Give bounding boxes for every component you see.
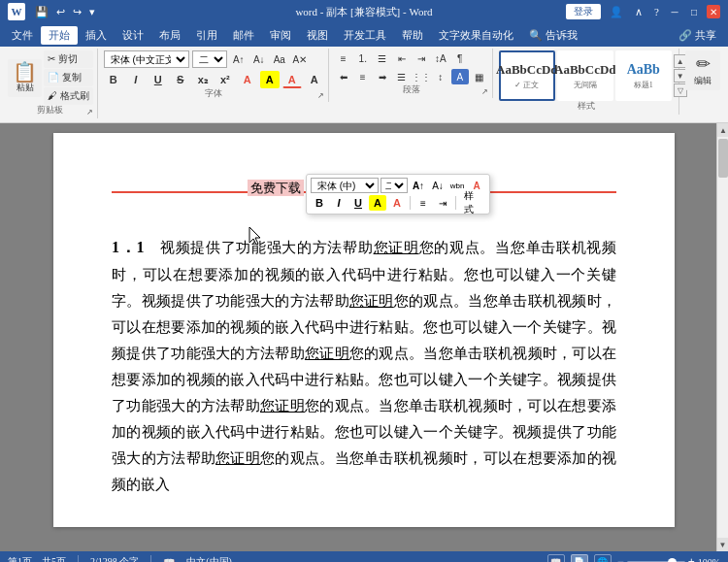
link-2[interactable]: 您证明	[349, 293, 394, 309]
zoom-in-btn[interactable]: +	[688, 555, 695, 562]
menu-review[interactable]: 审阅	[262, 26, 299, 45]
link-3[interactable]: 您证明	[305, 346, 349, 361]
clear-format-btn[interactable]: A✕	[291, 50, 309, 68]
ft-underline-btn[interactable]: U	[349, 195, 367, 211]
ft-size-select[interactable]: 二号	[381, 178, 408, 193]
justify-btn[interactable]: ☰	[393, 69, 411, 84]
font-name-select[interactable]: 宋体 (中文正文)	[104, 50, 189, 68]
clipboard-expand-icon[interactable]: ↗	[85, 107, 95, 116]
align-right-btn[interactable]: ➡	[374, 69, 391, 84]
minimize-button[interactable]: ─	[668, 5, 681, 18]
subscript-button[interactable]: x₂	[193, 71, 213, 88]
title-text: word - 副本 [兼容模式] - Word	[295, 5, 432, 19]
bold-button[interactable]: B	[104, 71, 123, 88]
font-group: 宋体 (中文正文) 二号 A↑ A↓ Aa A✕ B I U S x₂ x	[100, 49, 329, 102]
menu-insert[interactable]: 插入	[78, 26, 115, 45]
qa-undo-btn[interactable]: ↩	[54, 6, 67, 18]
menu-share[interactable]: 🔗 共享	[671, 26, 724, 45]
status-right: 📖 📄 🌐 − + 100%	[547, 554, 720, 562]
increase-indent-btn[interactable]: ⇥	[413, 50, 430, 66]
scroll-up-arrow[interactable]: ▲	[717, 123, 728, 137]
link-5[interactable]: 您证明	[215, 450, 260, 466]
paste-button[interactable]: 📋 粘贴	[8, 59, 42, 97]
menu-references[interactable]: 引用	[188, 26, 225, 45]
numbering-button[interactable]: 1.	[354, 50, 372, 66]
superscript-button[interactable]: x²	[215, 71, 235, 88]
italic-button[interactable]: I	[126, 71, 146, 88]
strikethrough-button[interactable]: S	[171, 71, 190, 88]
para-expand-icon[interactable]: ↗	[480, 86, 490, 96]
ft-increase-btn[interactable]: A↑	[410, 178, 427, 193]
menu-text-effects[interactable]: 文字效果自动化	[431, 26, 521, 45]
ft-font-color-btn[interactable]: A	[388, 195, 406, 211]
format-painter-button[interactable]: 🖌 格式刷	[44, 87, 93, 105]
sort-btn[interactable]: ↕A	[432, 50, 449, 66]
body-text: 视频提供了功能强大的方法帮助您证明您的观点。当您单击联机视频时，可以在想要添加的…	[112, 240, 616, 492]
menu-mailings[interactable]: 邮件	[225, 26, 262, 45]
document-body[interactable]: 1．1 视频提供了功能强大的方法帮助您证明您的观点。当您单击联机视频时，可以在想…	[112, 234, 616, 498]
menu-developer[interactable]: 开发工具	[336, 26, 394, 45]
bullets-button[interactable]: ≡	[335, 50, 352, 66]
zoom-out-btn[interactable]: −	[617, 555, 624, 562]
share-icon[interactable]: 👤	[607, 6, 626, 18]
decrease-font-btn[interactable]: A↓	[250, 50, 268, 68]
line-spacing-btn[interactable]: ↕	[432, 69, 449, 84]
shading-btn[interactable]: A	[451, 69, 469, 84]
underline-button[interactable]: U	[149, 71, 168, 88]
font-expand-icon[interactable]: ↗	[316, 90, 326, 100]
style-no-spacing-btn[interactable]: AaBbCcDd 无间隔	[557, 50, 613, 101]
ft-decrease-btn[interactable]: A↓	[429, 178, 447, 193]
scroll-thumb[interactable]	[718, 139, 728, 178]
ft-highlight-btn[interactable]: A	[369, 195, 386, 211]
copy-button[interactable]: 📄 复制	[44, 69, 93, 86]
qa-redo-btn[interactable]: ↪	[71, 6, 83, 18]
login-button[interactable]: 登录	[566, 4, 601, 19]
highlight-btn[interactable]: A	[260, 71, 280, 88]
columns-btn[interactable]: ⋮⋮	[413, 69, 430, 84]
decrease-indent-btn[interactable]: ⇤	[393, 50, 411, 66]
text-border-btn[interactable]: A	[305, 71, 324, 88]
menu-home[interactable]: 开始	[41, 26, 78, 45]
menu-search[interactable]: 🔍 告诉我	[521, 26, 585, 45]
qa-save-btn[interactable]: 💾	[33, 6, 50, 18]
style-heading1-preview: AaBb	[627, 62, 660, 78]
close-button[interactable]: ✕	[707, 5, 720, 18]
style-heading1-btn[interactable]: AaBb 标题1	[615, 50, 672, 101]
qa-more-btn[interactable]: ▾	[87, 6, 97, 18]
align-left-btn[interactable]: ⬅	[335, 69, 352, 84]
help-icon[interactable]: ?	[651, 6, 662, 17]
link-4[interactable]: 您证明	[260, 398, 305, 413]
font-size-select[interactable]: 二号	[192, 50, 227, 68]
ft-italic-btn[interactable]: I	[330, 195, 347, 211]
font-case-btn[interactable]: Aa	[271, 50, 288, 68]
menu-layout[interactable]: 布局	[151, 26, 188, 45]
web-view-btn[interactable]: 🌐	[594, 554, 612, 562]
ft-font-select[interactable]: 宋体 (中)	[311, 178, 379, 193]
scroll-down-arrow[interactable]: ▼	[717, 538, 728, 551]
page-view-btn[interactable]: 📄	[571, 554, 588, 562]
ft-indent-btn[interactable]: ⇥	[434, 195, 451, 211]
menu-help[interactable]: 帮助	[394, 26, 431, 45]
cut-button[interactable]: ✂ 剪切	[44, 50, 93, 68]
read-view-btn[interactable]: 📖	[547, 554, 565, 562]
menu-design[interactable]: 设计	[115, 26, 151, 45]
multilevel-list-btn[interactable]: ☰	[374, 50, 391, 66]
ft-bold-btn[interactable]: B	[311, 195, 328, 211]
align-center-btn[interactable]: ≡	[354, 69, 372, 84]
increase-font-btn[interactable]: A↑	[230, 50, 248, 68]
link-1[interactable]: 您证明	[374, 240, 419, 255]
ribbon-toggle-icon[interactable]: ∧	[632, 6, 645, 18]
menu-view[interactable]: 视图	[299, 26, 336, 45]
show-formatting-btn[interactable]: ¶	[451, 50, 469, 66]
font-color-btn[interactable]: A	[282, 71, 302, 88]
ft-bullets-btn[interactable]: ≡	[414, 195, 432, 211]
menu-file[interactable]: 文件	[4, 26, 41, 45]
vertical-scrollbar[interactable]: ▲ ▼	[716, 123, 728, 551]
ft-style-btn[interactable]: 样式	[460, 195, 478, 211]
maximize-button[interactable]: □	[687, 5, 701, 18]
style-heading1-label: 标题1	[634, 80, 653, 90]
text-effect-btn[interactable]: A	[238, 71, 257, 88]
style-normal-btn[interactable]: AaBbCcDd ✓ 正文	[499, 50, 555, 101]
border-btn[interactable]: ▦	[471, 69, 488, 84]
edit-button[interactable]: ✏ 编辑	[685, 50, 720, 90]
